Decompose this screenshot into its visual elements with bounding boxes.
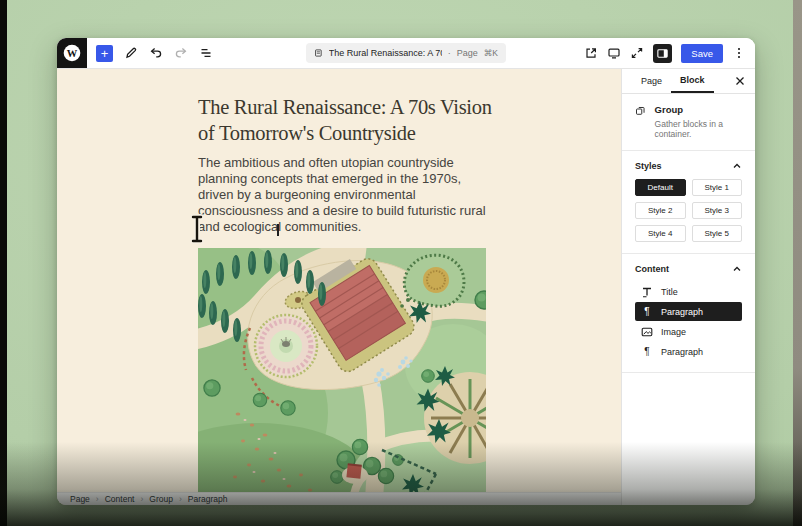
command-palette-shortcut: ⌘K: [484, 48, 498, 58]
editor-toolbar: W +: [57, 38, 755, 69]
post-title-line-2: of Tomorrow's Countryside: [198, 121, 488, 147]
content-item-label: Paragraph: [661, 307, 703, 317]
settings-sidebar: Page Block Group Gather blocks in a cont…: [621, 69, 755, 505]
post-content: The Rural Renaissance: A 70s Vision of T…: [198, 95, 488, 494]
document-title-bar[interactable]: The Rural Renaissance: A 70s Vision... ·…: [306, 43, 506, 63]
svg-text:W: W: [67, 48, 78, 59]
post-title-line-1: The Rural Renaissance: A 70s Vision: [198, 95, 488, 121]
more-options-button[interactable]: [732, 46, 746, 60]
screen-edge-right: [793, 0, 802, 526]
toolbar-right-group: Save: [584, 44, 755, 63]
image-block-icon: [641, 326, 653, 338]
wordpress-logo[interactable]: W: [57, 38, 87, 68]
document-type-label: Page: [457, 48, 478, 58]
wordpress-editor-window: W +: [57, 38, 755, 505]
content-item-title[interactable]: Title: [635, 282, 742, 301]
redo-icon: [174, 46, 188, 60]
document-icon: [314, 47, 323, 59]
close-sidebar-button[interactable]: [735, 76, 745, 86]
post-title-block[interactable]: The Rural Renaissance: A 70s Vision of T…: [198, 95, 488, 146]
style-option-4[interactable]: Style 4: [635, 225, 686, 242]
sidebar-toggle-icon: [656, 47, 669, 60]
styles-section: Styles Default Style 1 Style 2 Style 3 S…: [622, 151, 755, 254]
list-view-button[interactable]: [199, 46, 213, 60]
breadcrumb-separator: ›: [96, 494, 99, 504]
paragraph-block-icon: ¶: [641, 307, 653, 317]
view-site-icon: [584, 46, 598, 60]
screen-edge-left: [0, 0, 7, 526]
breadcrumb-item-paragraph[interactable]: Paragraph: [188, 494, 228, 504]
style-option-3[interactable]: Style 3: [692, 202, 743, 219]
block-card-description: Gather blocks in a container.: [655, 119, 742, 139]
style-option-5[interactable]: Style 5: [692, 225, 743, 242]
content-heading: Content: [635, 264, 669, 274]
styles-heading: Styles: [635, 161, 662, 171]
settings-sidebar-toggle[interactable]: [653, 44, 672, 63]
content-item-paragraph-2[interactable]: ¶ Paragraph: [635, 342, 742, 361]
preview-desktop-icon: [607, 46, 621, 60]
breadcrumb-item-group[interactable]: Group: [149, 494, 173, 504]
edit-pencil-icon: [124, 46, 138, 60]
breadcrumb-item-content[interactable]: Content: [105, 494, 135, 504]
content-block-list: Title ¶ Paragraph Image ¶: [635, 282, 742, 361]
estate-plan-illustration: [198, 248, 486, 494]
content-item-label: Image: [661, 327, 686, 337]
document-title-text: The Rural Renaissance: A 70s Vision...: [329, 48, 442, 58]
style-option-2[interactable]: Style 2: [635, 202, 686, 219]
editor-canvas: The Rural Renaissance: A 70s Vision of T…: [57, 69, 621, 505]
undo-button[interactable]: [149, 46, 163, 60]
content-item-paragraph[interactable]: ¶ Paragraph: [635, 302, 742, 321]
post-image-block[interactable]: [198, 248, 486, 494]
fullscreen-icon: [630, 46, 644, 60]
fullscreen-button[interactable]: [630, 46, 644, 60]
styles-section-header[interactable]: Styles: [635, 158, 742, 179]
chevron-up-icon: [732, 264, 742, 274]
content-section: Content Title ¶ Paragr: [622, 254, 755, 373]
tab-block[interactable]: Block: [671, 69, 714, 93]
sidebar-tabs: Page Block: [622, 69, 755, 94]
undo-icon: [149, 46, 163, 60]
list-view-icon: [199, 46, 213, 60]
tab-page[interactable]: Page: [632, 69, 671, 93]
breadcrumb-separator: ›: [140, 494, 143, 504]
block-card-text: Group Gather blocks in a container.: [655, 104, 742, 139]
edit-mode-button[interactable]: [124, 46, 138, 60]
block-card-title: Group: [655, 104, 742, 115]
editor-body: The Rural Renaissance: A 70s Vision of T…: [57, 69, 755, 505]
block-card: Group Gather blocks in a container.: [622, 94, 755, 151]
view-site-button[interactable]: [584, 46, 598, 60]
document-title-separator: ·: [448, 48, 451, 58]
redo-button[interactable]: [174, 46, 188, 60]
style-option-1[interactable]: Style 1: [692, 179, 743, 196]
content-section-header[interactable]: Content: [635, 261, 742, 282]
close-icon: [735, 76, 745, 86]
style-option-default[interactable]: Default: [635, 179, 686, 196]
breadcrumb-separator: ›: [179, 494, 182, 504]
content-item-label: Paragraph: [661, 347, 703, 357]
breadcrumb-item-page[interactable]: Page: [70, 494, 90, 504]
content-item-image[interactable]: Image: [635, 322, 742, 341]
group-block-icon: [635, 104, 646, 117]
wordpress-logo-icon: W: [62, 43, 82, 63]
content-item-label: Title: [661, 287, 678, 297]
block-breadcrumb-bar: Page › Content › Group › Paragraph: [57, 492, 621, 505]
chevron-up-icon: [732, 161, 742, 171]
post-paragraph-block[interactable]: The ambitious and often utopian countrys…: [198, 155, 488, 235]
inserter-plus-icon: +: [101, 47, 109, 60]
toolbar-left-group: +: [96, 45, 213, 62]
paragraph-block-icon: ¶: [641, 347, 653, 357]
block-inserter-button[interactable]: +: [96, 45, 113, 62]
title-block-icon: [641, 286, 653, 298]
more-menu-icon: [732, 46, 746, 60]
styles-grid: Default Style 1 Style 2 Style 3 Style 4 …: [635, 179, 742, 242]
save-button[interactable]: Save: [681, 44, 723, 63]
preview-desktop-button[interactable]: [607, 46, 621, 60]
text-caret: [277, 224, 279, 236]
